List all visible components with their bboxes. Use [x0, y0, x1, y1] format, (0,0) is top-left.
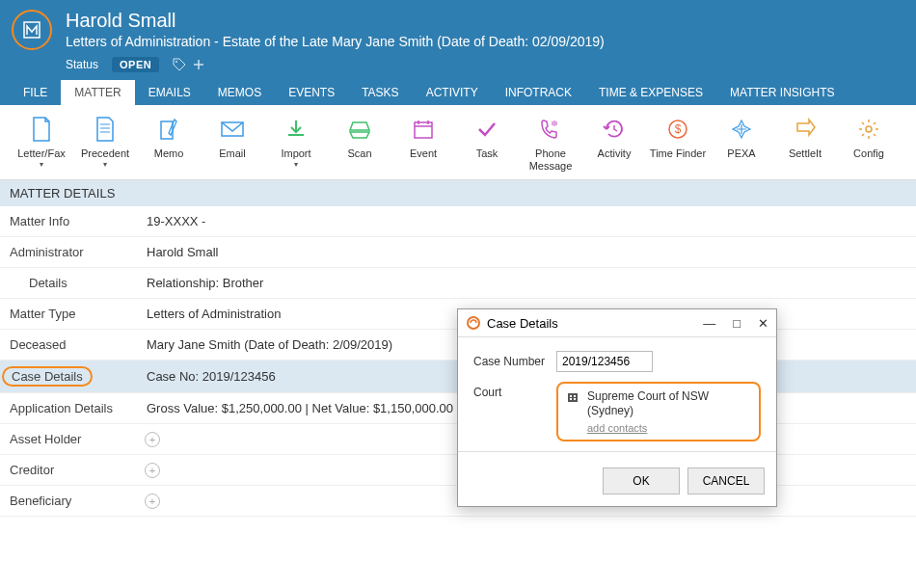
dollar-circle-icon: $ [666, 115, 689, 144]
dialog-app-icon [466, 315, 481, 331]
svg-rect-11 [574, 395, 576, 397]
add-beneficiary-icon[interactable]: + [145, 494, 160, 509]
ribbon-memo[interactable]: Memo [137, 113, 201, 174]
arrow-right-icon [794, 115, 817, 144]
menu-bar: FILE MATTER EMAILS MEMOS EVENTS TASKS AC… [0, 80, 916, 105]
status-badge[interactable]: OPEN [112, 57, 159, 72]
menu-matter-insights[interactable]: MATTER INSIGHTS [716, 80, 848, 105]
close-icon[interactable]: ✕ [758, 316, 768, 331]
court-selector[interactable]: Supreme Court of NSW (Sydney) add contac… [556, 382, 761, 441]
ok-button[interactable]: OK [603, 468, 680, 494]
svg-text:$: $ [675, 122, 682, 136]
page-icon [31, 115, 52, 144]
minimize-icon[interactable]: — [703, 316, 715, 331]
svg-point-8 [468, 317, 479, 329]
svg-rect-13 [574, 398, 576, 400]
svg-rect-10 [570, 395, 572, 397]
phone-icon [539, 115, 562, 144]
svg-rect-9 [568, 393, 578, 402]
ribbon-pexa[interactable]: PEXA [710, 113, 773, 174]
client-name: Harold Small [66, 10, 605, 32]
ribbon-toolbar: Letter/Fax▾ Precedent▾ Memo Email Import… [0, 105, 916, 180]
add-creditor-icon[interactable]: + [145, 463, 160, 478]
ribbon-scan[interactable]: Scan [328, 113, 391, 174]
app-logo-icon [12, 10, 52, 50]
menu-events[interactable]: EVENTS [275, 80, 348, 105]
ribbon-import[interactable]: Import▾ [264, 113, 328, 174]
envelope-icon [220, 115, 245, 144]
document-lines-icon [94, 115, 116, 144]
case-number-label: Case Number [473, 351, 556, 368]
svg-point-1 [175, 61, 177, 63]
check-icon [475, 115, 498, 144]
ribbon-settleit[interactable]: SettleIt [773, 113, 837, 174]
menu-activity[interactable]: ACTIVITY [413, 80, 492, 105]
row-administrator[interactable]: Administrator Harold Small [0, 237, 916, 268]
menu-infotrack[interactable]: INFOTRACK [492, 80, 585, 105]
gear-icon [857, 115, 880, 144]
section-title: MATTER DETAILS [0, 180, 916, 206]
scanner-icon [347, 115, 372, 144]
court-label: Court [473, 382, 556, 399]
svg-rect-2 [161, 121, 173, 139]
case-details-dialog: Case Details — □ ✕ Case Number Court Sup… [457, 308, 777, 507]
svg-rect-12 [570, 398, 572, 400]
menu-memos[interactable]: MEMOS [204, 80, 275, 105]
ribbon-config[interactable]: Config [837, 113, 901, 174]
calendar-icon [412, 115, 435, 144]
building-icon [566, 389, 579, 403]
svg-point-7 [866, 126, 872, 132]
ribbon-phone-message[interactable]: Phone Message [519, 113, 582, 174]
pexa-icon [730, 115, 753, 144]
ribbon-activity[interactable]: Activity [582, 113, 646, 174]
status-label: Status [66, 58, 98, 71]
add-tag-icon[interactable] [192, 58, 205, 71]
maximize-icon[interactable]: □ [733, 316, 741, 331]
ribbon-time-finder[interactable]: $ Time Finder [646, 113, 710, 174]
ribbon-event[interactable]: Event [391, 113, 455, 174]
cancel-button[interactable]: CANCEL [687, 468, 765, 494]
tag-icon[interactable] [173, 58, 186, 71]
svg-rect-4 [415, 122, 432, 138]
row-details[interactable]: Details Relationship: Brother [0, 268, 916, 299]
dialog-title: Case Details [487, 316, 703, 331]
history-icon [603, 115, 626, 144]
add-contacts-link[interactable]: add contacts [587, 422, 751, 434]
add-asset-holder-icon[interactable]: + [145, 432, 160, 447]
ribbon-letter-fax[interactable]: Letter/Fax▾ [10, 113, 73, 174]
ribbon-email[interactable]: Email [201, 113, 264, 174]
menu-file[interactable]: FILE [10, 80, 61, 105]
case-number-input[interactable] [556, 351, 653, 372]
download-icon [284, 115, 308, 144]
menu-tasks[interactable]: TASKS [348, 80, 412, 105]
row-matter-info[interactable]: Matter Info 19-XXXX - [0, 206, 916, 237]
menu-time-expenses[interactable]: TIME & EXPENSES [585, 80, 716, 105]
ribbon-precedent[interactable]: Precedent▾ [73, 113, 137, 174]
matter-description: Letters of Administration - Estate of th… [66, 34, 605, 49]
ribbon-task[interactable]: Task [455, 113, 519, 174]
matter-header: Harold Small Letters of Administration -… [0, 0, 916, 80]
court-name: Supreme Court of NSW (Sydney) [587, 389, 751, 418]
menu-matter[interactable]: MATTER [61, 80, 134, 105]
menu-emails[interactable]: EMAILS [135, 80, 204, 105]
memo-icon [158, 115, 179, 144]
